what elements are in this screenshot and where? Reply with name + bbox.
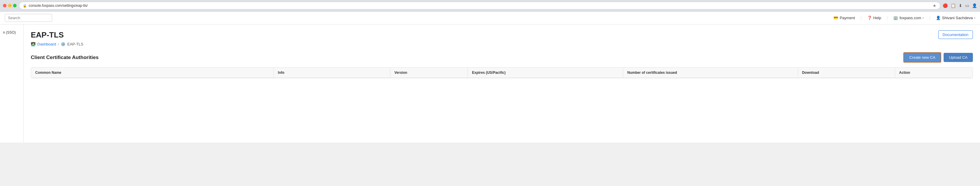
content-area: EAP-TLS Documentation 🧑‍💻 Dashboard / ⚙️… <box>24 25 980 143</box>
url-text: console.foxpass.com/settings/eap-tls/ <box>29 3 88 8</box>
ca-table: Common Name Info Version Expires (US/Pac… <box>31 67 973 78</box>
domain-icon: 🏢 <box>893 16 898 20</box>
help-label: Help <box>873 16 881 20</box>
domain-label: foxpass.com <box>899 16 921 20</box>
nav-right: 💳 Payment ❓ Help 🏢 foxpass.com › 👤 Shiva… <box>834 16 975 20</box>
th-certificates-issued: Number of certificates issued <box>623 68 798 78</box>
domain-chevron-icon: › <box>923 16 923 19</box>
breadcrumb-dashboard-link[interactable]: Dashboard <box>37 42 56 46</box>
th-download: Download <box>798 68 895 78</box>
sidebar: n (SSO) <box>0 25 24 143</box>
payment-nav-item[interactable]: 💳 Payment <box>834 16 855 20</box>
breadcrumb-separator: / <box>58 42 59 46</box>
upload-ca-button[interactable]: Upload CA <box>943 53 973 62</box>
page-header: EAP-TLS Documentation <box>31 30 973 39</box>
extension-icon-2[interactable]: 📋 <box>951 3 956 8</box>
th-common-name: Common Name <box>31 68 274 78</box>
th-action: Action <box>895 68 973 78</box>
browser-chrome: 🔒 console.foxpass.com/settings/eap-tls/ … <box>0 0 980 11</box>
bookmark-icon[interactable]: ★ <box>932 3 937 8</box>
create-new-ca-button[interactable]: Create new CA <box>903 52 941 63</box>
page-title: EAP-TLS <box>31 30 64 39</box>
extension-icon-1[interactable]: 🔴 <box>943 3 948 8</box>
th-info: Info <box>274 68 390 78</box>
close-window-button[interactable] <box>3 4 6 7</box>
breadcrumb: 🧑‍💻 Dashboard / ⚙️ EAP-TLS <box>31 42 973 46</box>
payment-icon: 💳 <box>834 16 838 20</box>
maximize-window-button[interactable] <box>13 4 17 7</box>
breadcrumb-current: EAP-TLS <box>67 42 83 46</box>
help-icon: ❓ <box>867 16 872 20</box>
user-nav-item[interactable]: 👤 Shivani Sachdeva › <box>936 16 975 20</box>
nav-divider-1 <box>861 16 861 20</box>
table-header-row: Common Name Info Version Expires (US/Pac… <box>31 68 973 78</box>
search-input[interactable] <box>5 14 52 22</box>
user-chevron-icon: › <box>974 16 975 19</box>
lock-icon: 🔒 <box>23 4 27 8</box>
breadcrumb-gear-icon: ⚙️ <box>61 42 65 46</box>
address-bar[interactable]: 🔒 console.foxpass.com/settings/eap-tls/ … <box>19 2 940 9</box>
section-actions: Create new CA Upload CA <box>903 52 973 63</box>
user-icon: 👤 <box>936 16 940 20</box>
browser-toolbar-icons: 🔴 📋 ⬇ ▭ 👤 <box>943 3 977 8</box>
domain-nav-item[interactable]: 🏢 foxpass.com › <box>893 16 923 20</box>
th-version: Version <box>390 68 468 78</box>
documentation-button[interactable]: Documentation <box>938 30 973 39</box>
section-header: Client Certificate Authorities Create ne… <box>31 52 973 63</box>
th-expires: Expires (US/Pacific) <box>468 68 623 78</box>
browser-window-controls <box>3 4 17 7</box>
extension-icon-4[interactable]: ▭ <box>965 3 969 8</box>
user-label: Shivani Sachdeva <box>942 16 973 20</box>
section-title: Client Certificate Authorities <box>31 55 99 60</box>
sidebar-sso-item[interactable]: n (SSO) <box>3 30 21 35</box>
payment-label: Payment <box>840 16 855 20</box>
user-avatar[interactable]: 👤 <box>972 3 977 8</box>
minimize-window-button[interactable] <box>8 4 11 7</box>
dashboard-icon: 🧑‍💻 <box>31 42 35 46</box>
top-nav: 💳 Payment ❓ Help 🏢 foxpass.com › 👤 Shiva… <box>0 11 980 25</box>
extension-icon-3[interactable]: ⬇ <box>959 3 962 8</box>
main-layout: n (SSO) EAP-TLS Documentation 🧑‍💻 Dashbo… <box>0 25 980 143</box>
help-nav-item[interactable]: ❓ Help <box>867 16 881 20</box>
